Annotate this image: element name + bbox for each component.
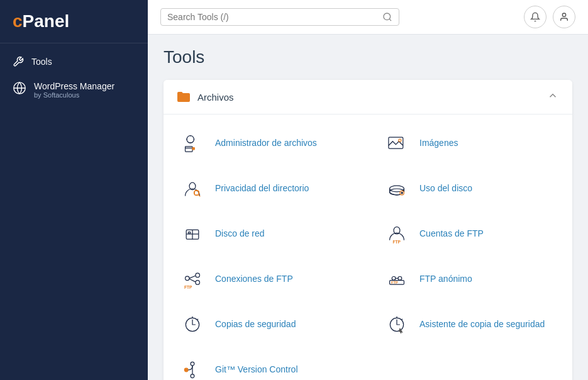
- main-content: Tools Archivos: [148, 0, 588, 380]
- svg-point-23: [186, 276, 190, 281]
- sidebar-nav: Tools WordPress Manager by Softaculous: [0, 43, 148, 113]
- svg-point-38: [191, 374, 194, 378]
- svg-point-30: [398, 277, 402, 281]
- tool-ftp-accounts-label: Cuentas de FTP: [419, 228, 484, 240]
- logo-text: cPanel: [13, 11, 69, 31]
- directory-privacy-icon: [179, 175, 206, 203]
- tool-backup-wizard[interactable]: Asistente de copia de seguridad: [368, 302, 572, 347]
- tool-ftp-accounts[interactable]: FTP Cuentas de FTP: [368, 211, 572, 257]
- tool-backup[interactable]: Copias de seguridad: [164, 302, 368, 347]
- tool-backup-label: Copias de seguridad: [215, 318, 296, 331]
- collapse-button[interactable]: [546, 89, 560, 105]
- svg-point-39: [184, 368, 188, 372]
- wp-title: WordPress Manager: [34, 81, 114, 91]
- svg-text:FTP: FTP: [184, 285, 192, 289]
- network-disk-icon: [179, 220, 206, 248]
- tool-backup-wizard-label: Asistente de copia de seguridad: [419, 318, 545, 331]
- backup-icon: [179, 311, 206, 338]
- bell-icon: [530, 12, 540, 22]
- search-input[interactable]: [167, 12, 382, 22]
- sidebar: cPanel Tools WordPress Manager by Softac…: [0, 0, 148, 380]
- svg-point-24: [196, 273, 200, 277]
- svg-line-27: [189, 279, 196, 282]
- tool-anonymous-ftp[interactable]: FTP FTP anónimo: [368, 257, 572, 302]
- wp-label: WordPress Manager by Softaculous: [34, 81, 114, 99]
- file-manager-icon: [179, 130, 206, 157]
- content-area: Tools Archivos: [148, 35, 588, 380]
- tool-disk-usage[interactable]: Uso del disco: [368, 166, 572, 211]
- section-title: Archivos: [197, 92, 234, 103]
- tool-file-manager-label: Administrador de archivos: [215, 137, 317, 150]
- archivos-card: Archivos: [164, 80, 572, 380]
- search-bar[interactable]: [160, 8, 399, 26]
- sidebar-item-wordpress[interactable]: WordPress Manager by Softaculous: [0, 74, 148, 106]
- user-button[interactable]: [553, 6, 575, 28]
- folder-icon: [176, 91, 191, 103]
- svg-point-25: [196, 281, 200, 285]
- svg-rect-20: [188, 232, 190, 233]
- svg-rect-5: [186, 147, 192, 152]
- svg-point-1: [384, 13, 391, 20]
- svg-point-29: [392, 277, 396, 281]
- svg-point-16: [401, 192, 402, 193]
- logo: cPanel: [0, 0, 148, 43]
- tool-network-disk-label: Disco de red: [215, 228, 265, 240]
- ftp-accounts-icon: FTP: [383, 220, 411, 248]
- user-icon: [559, 12, 569, 22]
- tool-ftp-connections[interactable]: FTP Conexiones de FTP: [164, 257, 368, 302]
- anonymous-ftp-icon: FTP: [383, 265, 411, 293]
- tool-network-disk[interactable]: Disco de red: [164, 211, 368, 257]
- tool-ftp-connections-label: Conexiones de FTP: [215, 273, 293, 286]
- wp-sublabel: by Softaculous: [34, 91, 114, 99]
- page-title: Tools: [164, 47, 572, 67]
- tool-disk-usage-label: Uso del disco: [419, 182, 472, 195]
- svg-text:FTP: FTP: [391, 281, 398, 284]
- sidebar-item-tools[interactable]: Tools: [0, 50, 148, 74]
- tools-grid: Administrador de archivos Imágenes: [164, 115, 572, 380]
- svg-point-37: [191, 362, 194, 366]
- svg-line-2: [389, 19, 391, 21]
- wrench-icon: [13, 56, 24, 67]
- svg-point-8: [399, 139, 401, 142]
- logo-c: c: [13, 11, 23, 31]
- svg-text:FTP: FTP: [392, 240, 401, 244]
- tool-images[interactable]: Imágenes: [368, 121, 572, 166]
- tool-directory-privacy-label: Privacidad del directorio: [215, 182, 309, 195]
- backup-wizard-icon: [383, 311, 411, 338]
- tool-file-manager[interactable]: Administrador de archivos: [164, 121, 368, 166]
- svg-point-4: [187, 136, 194, 143]
- ftp-connections-icon: FTP: [179, 265, 206, 293]
- tool-git[interactable]: Git™ Version Control: [164, 347, 368, 380]
- tool-anonymous-ftp-label: FTP anónimo: [419, 273, 472, 286]
- disk-usage-icon: [383, 175, 411, 203]
- sidebar-item-tools-label: Tools: [31, 57, 52, 67]
- card-header: Archivos: [164, 80, 572, 115]
- svg-rect-6: [192, 148, 194, 150]
- images-icon: [383, 130, 411, 157]
- tool-directory-privacy[interactable]: Privacidad del directorio: [164, 166, 368, 211]
- git-icon: [179, 356, 206, 380]
- tool-images-label: Imágenes: [419, 137, 458, 150]
- tool-git-label: Git™ Version Control: [215, 364, 298, 376]
- chevron-up-icon: [547, 90, 558, 101]
- svg-line-26: [189, 276, 196, 278]
- wordpress-icon: [13, 81, 26, 95]
- search-icon: [382, 12, 392, 22]
- card-header-left: Archivos: [176, 91, 234, 103]
- svg-point-3: [562, 13, 565, 16]
- header-icons: [524, 6, 575, 28]
- header: [148, 0, 588, 35]
- notification-button[interactable]: [524, 6, 546, 28]
